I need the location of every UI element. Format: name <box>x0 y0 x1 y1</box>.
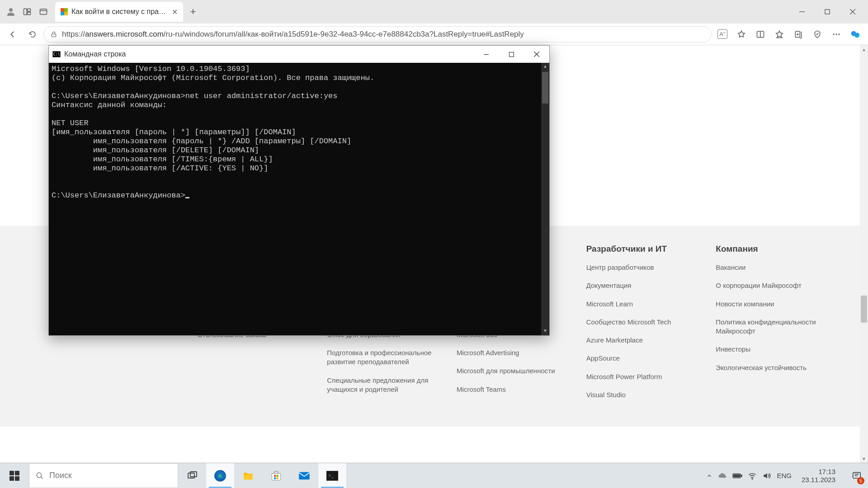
browser-essentials-button[interactable] <box>808 25 826 43</box>
back-button[interactable] <box>4 25 22 43</box>
footer-link[interactable]: Сообщество Microsoft Tech <box>586 318 707 327</box>
footer-link[interactable]: AppSource <box>586 354 707 363</box>
cmd-line: C:\Users\ЕлизаветаАнкудинова> <box>52 191 185 200</box>
footer-link[interactable]: Microsoft для промышленности <box>457 366 577 375</box>
cmd-line: NET USER <box>52 119 89 127</box>
footer-link[interactable]: Visual Studio <box>586 390 707 399</box>
maximize-window-button[interactable] <box>815 3 840 21</box>
split-screen-button[interactable] <box>751 25 769 43</box>
svg-point-18 <box>835 33 837 35</box>
cmd-line: имя_пользователя [/TIMES:{время | ALL}] <box>52 155 273 164</box>
cmd-maximize-button[interactable] <box>499 46 524 63</box>
search-placeholder: Поиск <box>49 471 72 480</box>
tray-chevron-up-icon[interactable] <box>706 473 712 479</box>
tray-volume-icon[interactable] <box>762 471 771 480</box>
search-icon <box>36 472 44 480</box>
cmd-line: Microsoft Windows [Version 10.0.19045.36… <box>52 65 250 73</box>
tray-clock[interactable]: 17:13 23.11.2023 <box>797 468 840 484</box>
svg-rect-7 <box>825 9 830 14</box>
svg-point-40 <box>752 478 753 479</box>
footer-link[interactable]: Подготовка и профессиональное развитие п… <box>327 348 448 367</box>
cmd-minimize-button[interactable] <box>473 46 499 63</box>
tray-onedrive-icon[interactable] <box>718 471 727 480</box>
workspaces-button[interactable] <box>19 4 35 20</box>
taskbar-search[interactable]: Поиск <box>29 463 178 488</box>
footer-link[interactable]: Документация <box>586 281 707 290</box>
footer-col-5: Разработчики и ИТ Центр разработчиков До… <box>586 244 707 408</box>
tab-title: Как войти в систему с правам... <box>71 8 166 16</box>
svg-rect-10 <box>52 34 56 37</box>
cmd-icon: C:\ <box>52 51 61 57</box>
footer-heading: Компания <box>716 244 836 254</box>
footer-link[interactable]: Политика конфиденциальности Майкрософт <box>716 318 836 336</box>
footer-heading: Разработчики и ИТ <box>586 244 707 254</box>
browser-tab-strip: Как войти в систему с правам... ✕ + <box>0 0 868 23</box>
scroll-thumb[interactable] <box>861 296 867 323</box>
footer-link[interactable]: О корпорации Майкрософт <box>716 281 836 290</box>
svg-rect-34 <box>299 472 309 479</box>
tray-language[interactable]: ENG <box>777 472 792 479</box>
browser-toolbar: https://answers.microsoft.com/ru-ru/wind… <box>0 23 868 45</box>
cmd-window: C:\ Командная строка Microsoft Windows [… <box>48 45 550 336</box>
cmd-cursor <box>185 197 189 198</box>
cmd-scrollbar[interactable]: ▲ ▼ <box>541 63 549 335</box>
svg-point-0 <box>9 8 13 12</box>
cmd-close-button[interactable] <box>524 46 549 63</box>
cmd-titlebar[interactable]: C:\ Командная строка <box>49 46 549 63</box>
close-tab-button[interactable]: ✕ <box>172 8 178 16</box>
svg-rect-31 <box>277 474 278 476</box>
close-window-button[interactable] <box>840 3 865 21</box>
taskbar-app-store[interactable] <box>262 463 290 488</box>
footer-link[interactable]: Microsoft Power Platform <box>586 372 707 381</box>
scroll-up-icon[interactable]: ▲ <box>860 45 868 53</box>
footer-link[interactable]: Azure Marketplace <box>586 336 707 345</box>
footer-link[interactable]: Microsoft Learn <box>586 300 707 309</box>
svg-rect-27 <box>190 472 197 477</box>
footer-link[interactable]: Экологическая устойчивость <box>716 363 836 372</box>
tray-notifications[interactable]: 5 <box>845 463 868 488</box>
svg-rect-29 <box>272 473 281 480</box>
svg-point-19 <box>838 33 840 35</box>
taskbar-app-mail[interactable] <box>290 463 318 488</box>
copilot-button[interactable] <box>846 25 864 43</box>
minimize-window-button[interactable] <box>789 3 815 21</box>
footer-link[interactable]: Microsoft Advertising <box>457 348 577 357</box>
settings-more-button[interactable] <box>827 25 845 43</box>
task-view-button[interactable] <box>178 463 206 488</box>
footer-link[interactable]: Специальные предложения для учащихся и р… <box>327 376 448 394</box>
svg-rect-1 <box>24 9 27 14</box>
favorite-button[interactable] <box>732 25 750 43</box>
footer-link[interactable]: Инвесторы <box>716 345 836 354</box>
taskbar-app-edge[interactable] <box>206 463 234 488</box>
tray-date: 23.11.2023 <box>802 476 835 484</box>
tray-wifi-icon[interactable] <box>748 471 757 480</box>
taskbar-app-explorer[interactable] <box>234 463 262 488</box>
read-aloud-button[interactable]: A» <box>713 25 731 43</box>
tab-actions-button[interactable] <box>35 4 52 20</box>
cmd-line: C:\Users\ЕлизаветаАнкудинова>net user ad… <box>52 92 338 100</box>
collections-button[interactable] <box>789 25 807 43</box>
footer-link[interactable]: Вакансии <box>716 263 836 272</box>
page-scrollbar[interactable]: ▲ ▼ <box>860 45 868 463</box>
cmd-line: имя_пользователя [/ACTIVE: {YES | NO}] <box>52 164 268 173</box>
start-button[interactable] <box>0 463 29 488</box>
cmd-output[interactable]: Microsoft Windows [Version 10.0.19045.36… <box>49 63 549 335</box>
footer-link[interactable]: Центр разработчиков <box>586 263 707 272</box>
svg-rect-30 <box>274 474 276 476</box>
taskbar-app-cmd[interactable]: >_ <box>318 463 346 488</box>
footer-link[interactable]: Microsoft Teams <box>457 385 577 394</box>
new-tab-button[interactable]: + <box>185 4 201 20</box>
tray-battery-icon[interactable] <box>732 473 742 479</box>
browser-tab[interactable]: Как войти в систему с правам... ✕ <box>55 2 183 22</box>
scroll-thumb[interactable] <box>542 72 548 103</box>
footer-link[interactable]: Новости компании <box>716 300 836 309</box>
svg-rect-32 <box>274 477 276 479</box>
scroll-down-icon[interactable]: ▼ <box>860 455 868 463</box>
favorites-list-button[interactable] <box>770 25 788 43</box>
scroll-up-icon[interactable]: ▲ <box>541 63 549 71</box>
profile-button[interactable] <box>3 4 19 20</box>
svg-rect-33 <box>277 477 278 479</box>
refresh-button[interactable] <box>24 25 42 43</box>
address-bar[interactable]: https://answers.microsoft.com/ru-ru/wind… <box>43 26 712 42</box>
scroll-down-icon[interactable]: ▼ <box>541 327 549 335</box>
